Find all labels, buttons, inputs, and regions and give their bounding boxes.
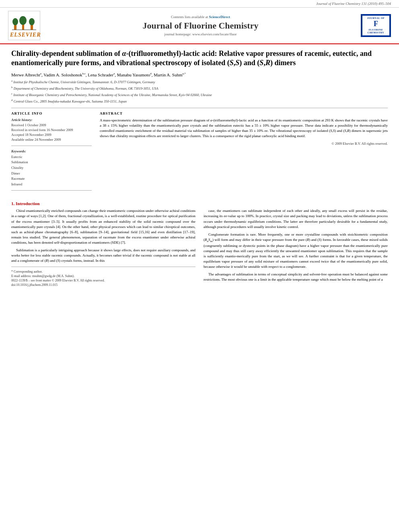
history-label: Article history: xyxy=(11,118,92,122)
intro-p2: Sublimation is a particularly intriguing… xyxy=(11,248,195,263)
banner-center: Contents lists available at ScienceDirec… xyxy=(40,15,361,36)
footnote-corresponding: * Corresponding author. xyxy=(11,269,195,274)
footnote-section: * Corresponding author. E-mail address: … xyxy=(11,267,195,288)
abstract-copyright: © 2009 Elsevier B.V. All rights reserved… xyxy=(100,142,388,146)
keyword-racemate: Racemate xyxy=(11,176,92,182)
intro-col2-p2: Conglomerate formation is rare. More fre… xyxy=(204,232,388,269)
abstract-text: A mass-spectrometric determination of th… xyxy=(100,118,388,139)
revised-text: Received in revised form 16 November 200… xyxy=(11,128,92,133)
elsevier-tree-icon xyxy=(12,13,36,31)
divider-keywords xyxy=(11,190,92,191)
keywords-list: Eutectic Sublimation Chirality Dimer Rac… xyxy=(11,154,92,187)
homepage-text: journal homepage: www.elsevier.com/locat… xyxy=(165,32,237,36)
section-name: Introduction xyxy=(16,201,40,206)
svg-rect-4 xyxy=(31,25,33,30)
journal-logo-box: JOURNAL OF F FLUORINE CHEMISTRY xyxy=(361,14,391,37)
received-text: Received 1 October 2009 xyxy=(11,123,92,128)
accepted-text: Accepted 18 November 2009 xyxy=(11,133,92,138)
svg-rect-2 xyxy=(22,24,24,30)
footnote-issn: 0022-1139/$ – see front matter © 2009 El… xyxy=(11,278,195,283)
affil-a: a Institut für Physikalische Chemie, Uni… xyxy=(11,79,388,85)
journal-f-icon: F xyxy=(363,20,389,29)
keyword-chirality: Chirality xyxy=(11,165,92,171)
authors-line: Merwe Albrechta, Vadim A. Soloshonokb,c,… xyxy=(11,72,388,77)
svg-point-1 xyxy=(12,18,18,25)
abstract-title: ABSTRACT xyxy=(100,111,388,115)
svg-point-3 xyxy=(19,16,27,25)
intro-body: Chiral enantiomerically enriched compoun… xyxy=(11,208,388,287)
journal-citation: Journal of Fluorine Chemistry 131 (2010)… xyxy=(0,0,399,8)
abstract-col: ABSTRACT A mass-spectrometric determinat… xyxy=(100,111,388,194)
elsevier-brand-text: ELSEVIER xyxy=(10,32,38,38)
affil-d: d Central Glass Co., 2805 Imafuku-nakada… xyxy=(11,99,388,104)
divider-1 xyxy=(11,108,388,108)
footnote-doi: doi:10.1016/j.jfluchem.2009.11.015 xyxy=(11,283,195,287)
journal-homepage: journal homepage: www.elsevier.com/locat… xyxy=(40,32,361,36)
elsevier-logo: ELSEVIER xyxy=(8,11,40,40)
keyword-dimer: Dimer xyxy=(11,171,92,177)
main-content: Chirality-dependent sublimation of α-(tr… xyxy=(0,44,399,296)
intro-col1: Chiral enantiomerically enriched compoun… xyxy=(11,208,195,287)
keyword-eutectic: Eutectic xyxy=(11,154,92,160)
sciencedirect-link[interactable]: ScienceDirect xyxy=(209,15,230,19)
journal-logo-inner: JOURNAL OF F FLUORINE CHEMISTRY xyxy=(362,16,389,35)
available-text: Available online 24 November 2009 xyxy=(11,138,92,142)
introduction-section: 1. Introduction Chiral enantiomerically … xyxy=(11,201,388,287)
journal-banner: ELSEVIER Contents lists available at Sci… xyxy=(0,8,399,44)
keyword-sublimation: Sublimation xyxy=(11,160,92,165)
journal-title: Journal of Fluorine Chemistry xyxy=(40,21,361,31)
history-section: Article history: Received 1 October 2009… xyxy=(11,118,92,142)
svg-rect-0 xyxy=(14,25,16,30)
intro-col2-p3: The advantages of sublimation in terms o… xyxy=(204,272,388,282)
footnote-email: E-mail address: msuhm@gwdg.de (M.A. Suhm… xyxy=(11,274,195,278)
affiliations: a Institut für Physikalische Chemie, Uni… xyxy=(11,79,388,104)
page: Journal of Fluorine Chemistry 131 (2010)… xyxy=(0,0,399,532)
svg-point-5 xyxy=(29,18,35,25)
affil-b: b Department of Chemistry and Biochemist… xyxy=(11,86,388,91)
article-info-col: ARTICLE INFO Article history: Received 1… xyxy=(11,111,92,194)
citation-text: Journal of Fluorine Chemistry 131 (2010)… xyxy=(316,2,391,6)
affil-c: c Institute of Bioorganic Chemistry and … xyxy=(11,92,388,98)
intro-p1: Chiral enantiomerically enriched compoun… xyxy=(11,208,195,245)
article-title: Chirality-dependent sublimation of α-(tr… xyxy=(11,49,388,68)
intro-col2-p1: case, the enantiomers can sublimate inde… xyxy=(204,208,388,229)
section-number: 1. xyxy=(11,201,14,206)
article-info-title: ARTICLE INFO xyxy=(11,111,92,115)
divider-info xyxy=(11,146,92,146)
info-abstract-section: ARTICLE INFO Article history: Received 1… xyxy=(11,111,388,194)
keywords-label: Keywords: xyxy=(11,149,92,153)
section-title: 1. Introduction xyxy=(11,201,388,206)
intro-col2: case, the enantiomers can sublimate inde… xyxy=(204,208,388,287)
keyword-infrared: Infrared xyxy=(11,182,92,187)
keywords-section: Keywords: Eutectic Sublimation Chirality… xyxy=(11,149,92,187)
sciencedirect-line: Contents lists available at ScienceDirec… xyxy=(40,15,361,19)
